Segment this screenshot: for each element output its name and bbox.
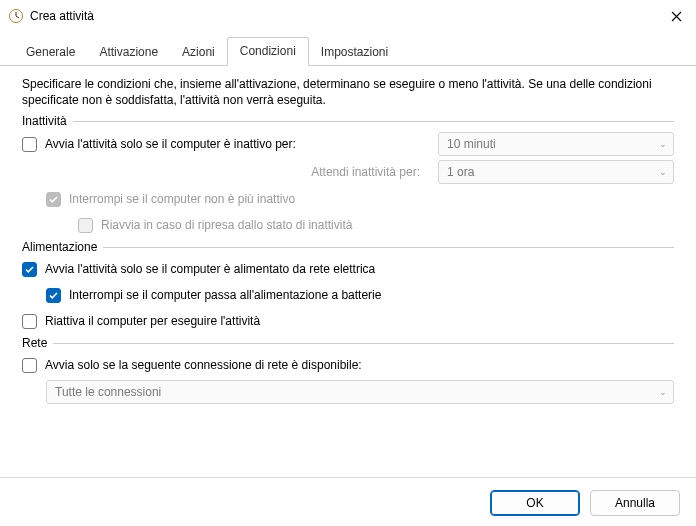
label-stop-if-not-idle: Interrompi se il computer non è più inat… xyxy=(69,192,295,206)
label-start-if-network: Avvia solo se la seguente connessione di… xyxy=(45,358,362,372)
tab-triggers[interactable]: Attivazione xyxy=(87,39,170,66)
tab-actions[interactable]: Azioni xyxy=(170,39,227,66)
footer-separator xyxy=(0,477,696,478)
tab-general[interactable]: Generale xyxy=(14,39,87,66)
label-wait-idle: Attendi inattività per: xyxy=(22,165,438,179)
label-start-if-idle: Avvia l'attività solo se il computer è i… xyxy=(45,137,296,151)
clock-icon xyxy=(8,8,24,24)
select-wait-duration[interactable]: 1 ora ⌄ xyxy=(438,160,674,184)
conditions-description: Specificare le condizioni che, insieme a… xyxy=(22,76,674,108)
checkbox-stop-on-battery[interactable] xyxy=(46,288,61,303)
select-network-connection[interactable]: Tutte le connessioni ⌄ xyxy=(46,380,674,404)
group-idle: Inattività xyxy=(22,114,674,128)
ok-button[interactable]: OK xyxy=(490,490,580,516)
checkbox-start-if-network[interactable] xyxy=(22,358,37,373)
checkbox-restart-if-idle xyxy=(78,218,93,233)
label-start-on-ac: Avvia l'attività solo se il computer è a… xyxy=(45,262,375,276)
checkbox-wake[interactable] xyxy=(22,314,37,329)
checkbox-stop-if-not-idle xyxy=(46,192,61,207)
chevron-down-icon: ⌄ xyxy=(659,387,667,397)
tab-settings[interactable]: Impostazioni xyxy=(309,39,400,66)
cancel-button[interactable]: Annulla xyxy=(590,490,680,516)
checkbox-start-if-idle[interactable] xyxy=(22,137,37,152)
close-button[interactable] xyxy=(656,0,696,32)
group-power: Alimentazione xyxy=(22,240,674,254)
group-network: Rete xyxy=(22,336,674,350)
chevron-down-icon: ⌄ xyxy=(659,139,667,149)
label-wake: Riattiva il computer per eseguire l'atti… xyxy=(45,314,260,328)
checkbox-start-on-ac[interactable] xyxy=(22,262,37,277)
tab-bar: Generale Attivazione Azioni Condizioni I… xyxy=(0,32,696,66)
tab-conditions[interactable]: Condizioni xyxy=(227,37,309,66)
label-restart-if-idle: Riavvia in caso di ripresa dallo stato d… xyxy=(101,218,352,232)
select-idle-duration[interactable]: 10 minuti ⌄ xyxy=(438,132,674,156)
window-title: Crea attività xyxy=(30,9,688,23)
label-stop-on-battery: Interrompi se il computer passa all'alim… xyxy=(69,288,381,302)
chevron-down-icon: ⌄ xyxy=(659,167,667,177)
